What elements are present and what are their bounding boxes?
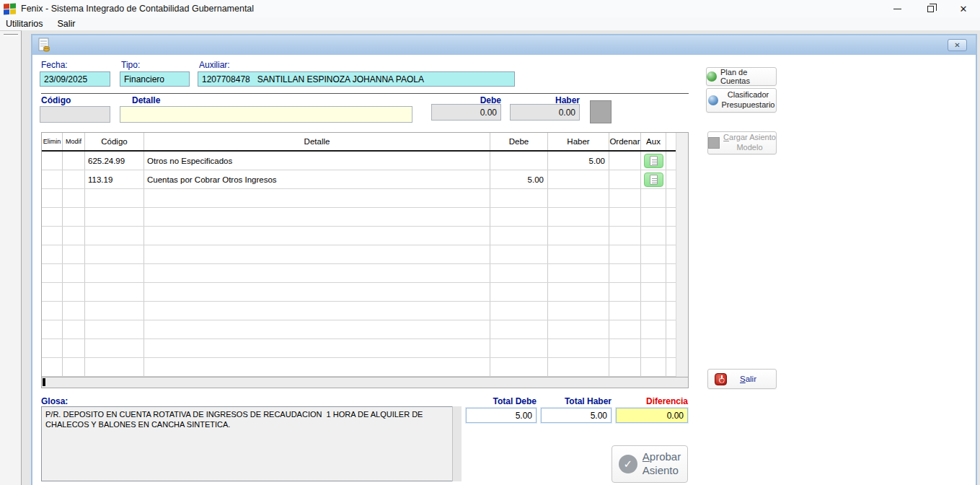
grid-cell-ordenar bbox=[609, 245, 641, 263]
grid-row bbox=[42, 264, 688, 283]
aprobar-asiento-button[interactable]: ✓ Aprobar Asiento bbox=[612, 445, 688, 483]
grid-horizontal-scrollbar[interactable] bbox=[41, 377, 689, 388]
power-icon bbox=[715, 373, 727, 385]
grid-cell-ordenar bbox=[609, 189, 641, 207]
green-sphere-icon bbox=[707, 71, 717, 82]
codigo-field bbox=[40, 106, 110, 123]
detalle-field[interactable] bbox=[120, 106, 412, 123]
grid-cell-debe bbox=[490, 302, 548, 320]
restore-button[interactable] bbox=[914, 0, 947, 17]
grid-cell-ordenar bbox=[609, 339, 641, 357]
aux-button[interactable] bbox=[644, 172, 663, 187]
grid-cell-aux bbox=[641, 339, 666, 357]
grid-cell-codigo bbox=[85, 283, 144, 301]
grid-cell-modif bbox=[63, 264, 85, 282]
grid-cell-haber bbox=[548, 227, 609, 245]
total-haber-field bbox=[541, 408, 612, 423]
grid-header-debe: Debe bbox=[490, 133, 548, 150]
grid-header-detalle: Detalle bbox=[144, 133, 490, 150]
grid-cell-aux bbox=[641, 245, 666, 263]
fecha-field[interactable] bbox=[40, 71, 110, 87]
grid-cell-detalle bbox=[144, 227, 490, 245]
aux-button[interactable] bbox=[644, 154, 663, 168]
blue-sphere-icon bbox=[708, 95, 718, 105]
grid-row bbox=[42, 339, 688, 358]
grid-cell-haber bbox=[548, 339, 609, 357]
grid-cell-debe bbox=[490, 208, 548, 226]
menu-item-salir[interactable]: Salir bbox=[50, 17, 82, 30]
grid-hscroll-thumb[interactable] bbox=[43, 378, 45, 386]
grid-cell-codigo bbox=[85, 339, 144, 357]
grid-cell-debe bbox=[490, 264, 548, 282]
total-debe-label: Total Debe bbox=[466, 396, 537, 406]
glosa-textarea[interactable]: P/R. DEPOSITO EN CUENTA ROTATIVA DE INGR… bbox=[41, 406, 462, 481]
close-button[interactable]: ✕ bbox=[947, 0, 980, 17]
grid-cell-elimin bbox=[42, 208, 63, 226]
splitter-grip[interactable] bbox=[4, 34, 18, 36]
grid-cell-aux bbox=[641, 189, 666, 207]
cargar-asiento-modelo-button: Cargar Asiento Modelo bbox=[707, 131, 777, 154]
notepad-icon bbox=[650, 175, 658, 185]
child-close-icon: ✕ bbox=[954, 42, 960, 49]
asiento-window-titlebar: ✕ bbox=[32, 35, 976, 55]
grid-cell-aux bbox=[641, 320, 666, 338]
grid-row bbox=[42, 208, 688, 227]
salir-button[interactable]: Salir bbox=[707, 369, 777, 389]
fenix-app-icon bbox=[4, 3, 16, 14]
grid-cell-ordenar bbox=[609, 208, 641, 226]
grid-cell-detalle: Cuentas por Cobrar Otros Ingresos bbox=[144, 170, 490, 188]
grid-cell-detalle bbox=[144, 189, 490, 207]
grid-row bbox=[42, 320, 688, 339]
grid-header-ordenar: Ordenar bbox=[609, 133, 641, 150]
mdi-area: ✕ Fecha: Tipo: Auxiliar: Código Detalle … bbox=[0, 30, 980, 485]
os-titlebar: Fenix - Sistema Integrado de Contabilida… bbox=[0, 0, 980, 17]
grid-row bbox=[42, 283, 688, 302]
glosa-scrollbar[interactable] bbox=[452, 406, 462, 481]
grid-cell-modif bbox=[63, 227, 85, 245]
grid-cell-debe bbox=[490, 358, 548, 376]
tipo-label: Tipo: bbox=[121, 60, 140, 70]
asiento-window: ✕ Fecha: Tipo: Auxiliar: Código Detalle … bbox=[31, 34, 977, 485]
auxiliar-field[interactable] bbox=[198, 71, 515, 87]
grid-cell-codigo bbox=[85, 358, 144, 376]
grid-cell-codigo bbox=[85, 302, 144, 320]
cargar-label-line2: Modelo bbox=[723, 143, 776, 153]
grid-cell-codigo bbox=[85, 320, 144, 338]
plan-de-cuentas-button[interactable]: Plan de Cuentas bbox=[706, 67, 777, 86]
grid-vertical-scrollbar[interactable] bbox=[676, 133, 688, 377]
grid-cell-codigo: 625.24.99 bbox=[85, 152, 144, 170]
tipo-field[interactable] bbox=[120, 71, 190, 87]
grid-cell-codigo bbox=[85, 245, 144, 263]
grid-header-haber: Haber bbox=[548, 133, 609, 150]
grid-cell-aux bbox=[641, 152, 666, 170]
grid-cell-elimin bbox=[42, 227, 63, 245]
grid-cell-codigo bbox=[85, 189, 144, 207]
grid-cell-codigo: 113.19 bbox=[85, 170, 144, 188]
debe-field bbox=[431, 104, 501, 121]
grid-cell-codigo bbox=[85, 264, 144, 282]
menu-item-utilitarios[interactable]: Utilitarios bbox=[0, 17, 50, 30]
grid-cell-aux bbox=[641, 208, 666, 226]
clasificador-presupuestario-button[interactable]: Clasificador Presupuestario bbox=[706, 88, 777, 113]
grid-cell-elimin bbox=[42, 302, 63, 320]
auxiliar-label: Auxiliar: bbox=[199, 60, 230, 70]
grid-cell-modif bbox=[63, 358, 85, 376]
grid-cell-haber bbox=[548, 302, 609, 320]
grid-cell-elimin bbox=[42, 152, 63, 170]
grid-cell-haber bbox=[548, 208, 609, 226]
grid-header-aux: Aux bbox=[641, 133, 666, 150]
child-close-button[interactable]: ✕ bbox=[948, 39, 967, 51]
grid-cell-detalle bbox=[144, 208, 490, 226]
minimize-button[interactable] bbox=[880, 0, 914, 17]
journal-document-icon bbox=[37, 38, 51, 53]
grid-cell-elimin bbox=[42, 283, 63, 301]
salir-label: Salir bbox=[740, 375, 756, 383]
close-icon: ✕ bbox=[960, 4, 968, 14]
checkmark-icon: ✓ bbox=[619, 455, 637, 473]
grid-cell-ordenar bbox=[609, 302, 641, 320]
grid-cell-debe bbox=[490, 152, 548, 170]
notepad-icon bbox=[650, 156, 658, 166]
grid-cell-ordenar bbox=[609, 170, 641, 188]
grid-cell-haber bbox=[548, 189, 609, 207]
grid-cell-debe bbox=[490, 320, 548, 338]
